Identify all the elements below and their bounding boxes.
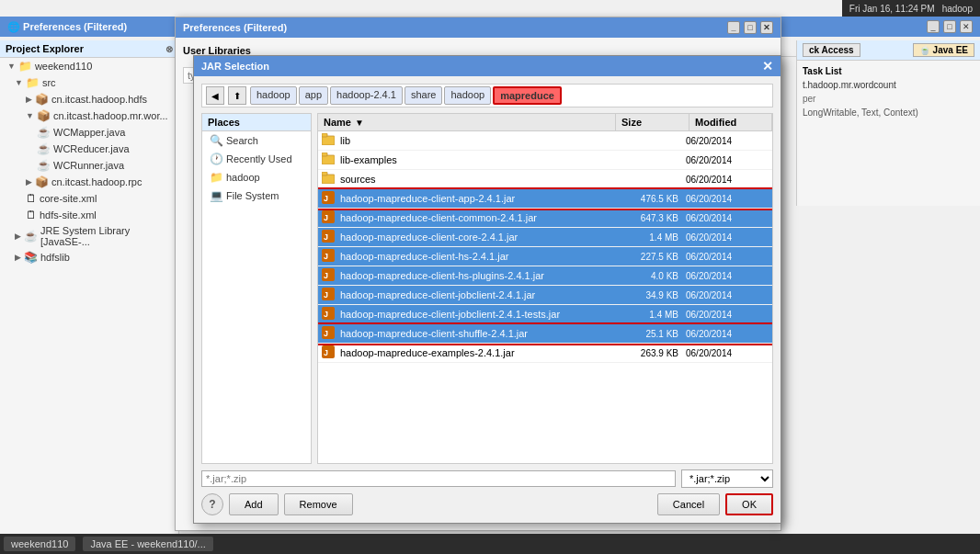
tree-arrow: ▶ xyxy=(26,177,32,187)
file-row-jar-app[interactable]: J hadoop-mapreduce-client-app-2.4.1.jar … xyxy=(318,189,772,209)
places-recently-used[interactable]: 🕐 Recently Used xyxy=(202,150,311,168)
eclipse-sidebar: Project Explorer ⊗ ▼ 📁 weekend110 ▼ 📁 sr… xyxy=(0,40,179,534)
sidebar-item-hdfs[interactable]: ▶ 📦 cn.itcast.hadoop.hdfs xyxy=(0,91,178,107)
sidebar-item-label: src xyxy=(42,77,56,88)
file-name: hadoop-mapreduce-client-jobclient-2.4.1.… xyxy=(340,289,612,300)
jar-icon: J xyxy=(322,249,336,264)
filter-input[interactable] xyxy=(201,470,676,487)
add-button[interactable]: Add xyxy=(229,493,279,515)
svg-rect-2 xyxy=(322,155,335,164)
file-size: 25.1 KB xyxy=(612,329,686,339)
file-name: hadoop-mapreduce-client-hs-plugins-2.4.1… xyxy=(340,270,612,281)
prefs-maximize-btn[interactable]: □ xyxy=(744,21,757,34)
breadcrumb-mapreduce[interactable]: mapreduce xyxy=(493,86,562,105)
sidebar-item-wcmapper[interactable]: ☕ WCMapper.java xyxy=(0,124,178,141)
username: hadoop xyxy=(942,4,973,14)
sidebar-item-mr[interactable]: ▼ 📦 cn.itcast.hadoop.mr.wor... xyxy=(0,107,178,124)
maximize-btn[interactable]: □ xyxy=(943,20,956,33)
breadcrumb-hadoop-241[interactable]: hadoop-2.4.1 xyxy=(330,86,403,105)
right-panel-header: ck Access 🍵 Java EE xyxy=(797,40,980,61)
breadcrumb-app[interactable]: app xyxy=(299,86,328,105)
taskbar-label: Java EE - weekend110/... xyxy=(90,538,205,549)
taskbar-label: weekend110 xyxy=(11,538,68,549)
sidebar-title-text: Project Explorer xyxy=(6,43,84,54)
filter-area: *.jar;*.zip xyxy=(201,469,773,488)
jre-icon: ☕ xyxy=(24,230,38,243)
btn-group-right: Cancel OK xyxy=(657,493,773,515)
jar-icon: J xyxy=(322,268,336,283)
sidebar-item-label: cn.itcast.hadoop.hdfs xyxy=(51,94,147,105)
filter-dropdown[interactable]: *.jar;*.zip xyxy=(681,469,773,488)
file-size: 4.0 KB xyxy=(612,271,686,281)
java-icon: ☕ xyxy=(37,142,51,155)
file-row-lib[interactable]: lib 06/20/2014 xyxy=(318,131,772,151)
places-search[interactable]: 🔍 Search xyxy=(202,131,311,150)
prefs-minimize-btn[interactable]: _ xyxy=(727,21,740,34)
close-btn[interactable]: ✕ xyxy=(960,20,973,33)
files-header: Name ▼ Size Modified xyxy=(318,114,772,131)
sidebar-item-jre[interactable]: ▶ ☕ JRE System Library [JavaSE-... xyxy=(0,223,178,249)
nav-icon-btn[interactable]: ⬆ xyxy=(228,86,246,105)
breadcrumb-items: hadoop app hadoop-2.4.1 share hadoop map… xyxy=(250,86,562,105)
file-row-sources[interactable]: sources 06/20/2014 xyxy=(318,170,772,189)
svg-rect-0 xyxy=(322,136,335,145)
col-modified: Modified xyxy=(689,114,772,130)
file-row-jar-core[interactable]: J hadoop-mapreduce-client-core-2.4.1.jar… xyxy=(318,228,772,247)
file-size: 34.9 KB xyxy=(612,290,686,300)
taskbar-item-javaee[interactable]: Java EE - weekend110/... xyxy=(83,537,212,551)
places-hadoop[interactable]: 📁 hadoop xyxy=(202,168,311,187)
sidebar-item-src[interactable]: ▼ 📁 src xyxy=(0,74,178,91)
places-filesystem[interactable]: 💻 File System xyxy=(202,187,311,205)
file-modified: 06/20/2014 xyxy=(686,310,769,320)
help-button[interactable]: ? xyxy=(201,493,223,515)
places-recently-used-label: Recently Used xyxy=(226,153,292,164)
file-row-jar-jobclient-tests[interactable]: J hadoop-mapreduce-client-jobclient-2.4.… xyxy=(318,305,772,324)
prefs-close-btn[interactable]: ✕ xyxy=(760,21,773,34)
file-row-jar-jobclient[interactable]: J hadoop-mapreduce-client-jobclient-2.4.… xyxy=(318,286,772,305)
code-hint: LongWritable, Text, Context) xyxy=(801,106,976,119)
breadcrumb-hadoop2[interactable]: hadoop xyxy=(444,86,491,105)
file-name: hadoop-mapreduce-client-core-2.4.1.jar xyxy=(340,232,612,243)
taskbar: weekend110 Java EE - weekend110/... xyxy=(0,534,980,554)
file-row-lib-examples[interactable]: lib-examples 06/20/2014 xyxy=(318,151,772,170)
breadcrumb-back-btn[interactable]: ◀ xyxy=(206,86,224,105)
taskbar-item-weekend[interactable]: weekend110 xyxy=(4,537,75,551)
remove-button[interactable]: Remove xyxy=(284,493,353,515)
sidebar-item-weekend110[interactable]: ▼ 📁 weekend110 xyxy=(0,58,178,74)
xml-icon: 🗒 xyxy=(26,209,37,221)
file-row-jar-common[interactable]: J hadoop-mapreduce-client-common-2.4.1.j… xyxy=(318,209,772,228)
system-tray: Fri Jan 16, 11:24 PM hadoop xyxy=(842,0,980,17)
jar-dialog-close-btn[interactable]: ✕ xyxy=(762,60,773,73)
cancel-button[interactable]: Cancel xyxy=(657,493,720,515)
filesystem-icon: 💻 xyxy=(210,189,222,202)
sidebar-item-label: WCMapper.java xyxy=(53,127,125,138)
file-row-jar-shuffle[interactable]: J hadoop-mapreduce-client-shuffle-2.4.1.… xyxy=(318,324,772,344)
tree-arrow: ▶ xyxy=(26,95,32,104)
sidebar-item-wcreducer[interactable]: ☕ WCReducer.java xyxy=(0,141,178,157)
right-panel-access-btn[interactable]: ck Access xyxy=(803,43,860,57)
file-modified: 06/20/2014 xyxy=(686,136,769,146)
sidebar-item-rpc[interactable]: ▶ 📦 cn.itcast.hadoop.rpc xyxy=(0,174,178,190)
ok-button[interactable]: OK xyxy=(725,493,773,515)
sidebar-item-core-site[interactable]: 🗒 core-site.xml xyxy=(0,190,178,207)
sidebar-item-hdfs-site[interactable]: 🗒 hdfs-site.xml xyxy=(0,207,178,223)
file-modified: 06/20/2014 xyxy=(686,290,769,300)
sidebar-item-hdfslib[interactable]: ▶ 📚 hdfslib xyxy=(0,249,178,266)
tree-arrow: ▼ xyxy=(26,111,34,120)
right-panel-javaee-btn[interactable]: 🍵 Java EE xyxy=(913,43,974,57)
file-name: lib xyxy=(340,135,612,146)
file-row-jar-examples[interactable]: J hadoop-mapreduce-examples-2.4.1.jar 26… xyxy=(318,344,772,363)
sidebar-item-label: WCReducer.java xyxy=(53,143,130,154)
sidebar-title: Project Explorer ⊗ xyxy=(0,40,178,58)
jar-icon: J xyxy=(322,326,336,341)
breadcrumb-share[interactable]: share xyxy=(405,86,443,105)
svg-rect-1 xyxy=(322,133,327,137)
minimize-btn[interactable]: _ xyxy=(927,20,940,33)
breadcrumb-hadoop[interactable]: hadoop xyxy=(250,86,297,105)
tree-arrow: ▶ xyxy=(15,253,21,262)
sort-arrow: ▼ xyxy=(355,118,364,128)
jar-icon: J xyxy=(322,288,336,302)
file-row-jar-hs-plugins[interactable]: J hadoop-mapreduce-client-hs-plugins-2.4… xyxy=(318,266,772,286)
sidebar-item-wcrunner[interactable]: ☕ WCRunner.java xyxy=(0,157,178,174)
file-row-jar-hs[interactable]: J hadoop-mapreduce-client-hs-2.4.1.jar 2… xyxy=(318,247,772,266)
